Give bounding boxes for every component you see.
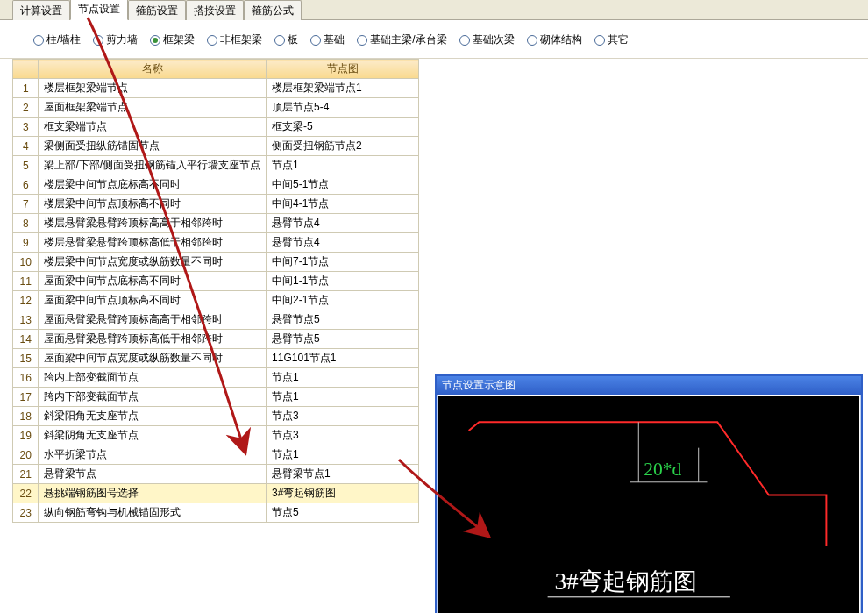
cell-img[interactable]: 节点1: [267, 368, 419, 388]
table-row[interactable]: 17跨内下部变截面节点节点1: [13, 388, 419, 407]
cell-img[interactable]: 中间1-1节点: [267, 272, 419, 291]
radio-nonframebeam[interactable]: 非框架梁: [207, 32, 262, 47]
cell-img[interactable]: 11G101节点1: [267, 349, 419, 368]
cell-name[interactable]: 斜梁阳角无支座节点: [39, 407, 267, 426]
cell-name[interactable]: 悬挑端钢筋图号选择: [39, 484, 267, 503]
radio-found-main[interactable]: 基础主梁/承台梁: [357, 32, 446, 47]
cell-img[interactable]: 节点1: [267, 388, 419, 407]
table-row[interactable]: 2屋面框架梁端节点顶层节点5-4: [13, 98, 419, 118]
table-row[interactable]: 9楼层悬臂梁悬臂跨顶标高低于相邻跨时悬臂节点4: [13, 233, 419, 253]
cell-img[interactable]: 悬臂节点4: [267, 233, 419, 253]
row-number: 9: [13, 233, 39, 253]
table-row[interactable]: 12屋面梁中间节点顶标高不同时中间2-1节点: [13, 291, 419, 310]
cell-name[interactable]: 屋面框架梁端节点: [39, 98, 267, 118]
row-number: 5: [13, 156, 39, 175]
row-number: 21: [13, 465, 39, 484]
cell-name[interactable]: 楼层框架梁端节点: [39, 79, 267, 98]
table-row[interactable]: 22悬挑端钢筋图号选择3#弯起钢筋图: [13, 484, 419, 503]
table-row[interactable]: 8楼层悬臂梁悬臂跨顶标高高于相邻跨时悬臂节点4: [13, 214, 419, 233]
cell-img[interactable]: 框支梁-5: [267, 118, 419, 137]
cell-img[interactable]: 节点1: [267, 156, 419, 175]
cell-name[interactable]: 楼层梁中间节点顶标高不同时: [39, 195, 267, 214]
row-number: 11: [13, 272, 39, 291]
row-number: 10: [13, 253, 39, 272]
radio-icon: [93, 35, 103, 46]
cell-name[interactable]: 楼层梁中间节点宽度或纵筋数量不同时: [39, 253, 267, 272]
tab-strip: 计算设置 节点设置 箍筋设置 搭接设置 箍筋公式: [0, 0, 868, 20]
row-number: 2: [13, 98, 39, 118]
cell-name[interactable]: 屋面梁中间节点顶标高不同时: [39, 291, 267, 310]
table-row[interactable]: 18斜梁阳角无支座节点节点3: [13, 407, 419, 426]
cell-img[interactable]: 节点5: [267, 503, 419, 523]
category-radio-row: 柱/墙柱 剪力墙 框架梁 非框架梁 板 基础 基础主梁/承台梁 基础次梁 砌体结…: [0, 20, 868, 59]
table-row[interactable]: 21悬臂梁节点悬臂梁节点1: [13, 465, 419, 484]
col-name[interactable]: 名称: [39, 60, 267, 79]
radio-slab[interactable]: 板: [274, 32, 298, 47]
cell-name[interactable]: 楼层梁中间节点底标高不同时: [39, 175, 267, 195]
cell-img[interactable]: 中间5-1节点: [267, 175, 419, 195]
cell-name[interactable]: 屋面梁中间节点底标高不同时: [39, 272, 267, 291]
table-row[interactable]: 11屋面梁中间节点底标高不同时中间1-1节点: [13, 272, 419, 291]
tab-node-settings[interactable]: 节点设置: [70, 0, 128, 20]
radio-shearwall[interactable]: 剪力墙: [93, 32, 138, 47]
cell-img[interactable]: 悬臂节点4: [267, 214, 419, 233]
tab-stirrup-settings[interactable]: 箍筋设置: [128, 0, 186, 20]
table-row[interactable]: 4梁侧面受扭纵筋锚固节点侧面受扭钢筋节点2: [13, 137, 419, 156]
cell-name[interactable]: 梁上部/下部/侧面受扭钢筋锚入平行墙支座节点: [39, 156, 267, 175]
cell-name[interactable]: 跨内上部变截面节点: [39, 368, 267, 388]
table-row[interactable]: 13屋面悬臂梁悬臂跨顶标高高于相邻跨时悬臂节点5: [13, 310, 419, 330]
cell-img[interactable]: 楼层框架梁端节点1: [267, 79, 419, 98]
table-row[interactable]: 19斜梁阴角无支座节点节点3: [13, 426, 419, 445]
tab-stirrup-formula[interactable]: 箍筋公式: [244, 0, 302, 20]
cell-img[interactable]: 节点3: [267, 426, 419, 445]
cell-name[interactable]: 悬臂梁节点: [39, 465, 267, 484]
tab-calc-settings[interactable]: 计算设置: [12, 0, 70, 20]
cell-img[interactable]: 3#弯起钢筋图: [267, 484, 419, 503]
cell-name[interactable]: 框支梁端节点: [39, 118, 267, 137]
cell-img[interactable]: 悬臂梁节点1: [267, 465, 419, 484]
table-row[interactable]: 1楼层框架梁端节点楼层框架梁端节点1: [13, 79, 419, 98]
cell-name[interactable]: 水平折梁节点: [39, 445, 267, 465]
radio-column[interactable]: 柱/墙柱: [33, 32, 81, 47]
radio-foundation[interactable]: 基础: [310, 32, 345, 47]
cell-name[interactable]: 屋面梁中间节点宽度或纵筋数量不同时: [39, 349, 267, 368]
cell-name[interactable]: 跨内下部变截面节点: [39, 388, 267, 407]
cell-name[interactable]: 斜梁阴角无支座节点: [39, 426, 267, 445]
cell-img[interactable]: 中间2-1节点: [267, 291, 419, 310]
table-row[interactable]: 7楼层梁中间节点顶标高不同时中间4-1节点: [13, 195, 419, 214]
cell-img[interactable]: 侧面受扭钢筋节点2: [267, 137, 419, 156]
table-row[interactable]: 15屋面梁中间节点宽度或纵筋数量不同时11G101节点1: [13, 349, 419, 368]
table-row[interactable]: 3框支梁端节点框支梁-5: [13, 118, 419, 137]
cell-img[interactable]: 节点3: [267, 407, 419, 426]
table-row[interactable]: 10楼层梁中间节点宽度或纵筋数量不同时中间7-1节点: [13, 253, 419, 272]
table-row[interactable]: 20水平折梁节点节点1: [13, 445, 419, 465]
tab-overlap-settings[interactable]: 搭接设置: [186, 0, 244, 20]
radio-masonry[interactable]: 砌体结构: [527, 32, 582, 47]
node-table: 名称 节点图 1楼层框架梁端节点楼层框架梁端节点12屋面框架梁端节点顶层节点5-…: [12, 59, 419, 523]
cell-name[interactable]: 梁侧面受扭纵筋锚固节点: [39, 137, 267, 156]
cell-img[interactable]: 悬臂节点5: [267, 330, 419, 349]
rebar-polyline: [469, 422, 827, 546]
radio-found-sub[interactable]: 基础次梁: [459, 32, 515, 47]
cell-name[interactable]: 纵向钢筋弯钩与机械锚固形式: [39, 503, 267, 523]
cell-img[interactable]: 中间4-1节点: [267, 195, 419, 214]
radio-label: 框架梁: [163, 32, 195, 47]
cell-name[interactable]: 楼层悬臂梁悬臂跨顶标高低于相邻跨时: [39, 233, 267, 253]
table-row[interactable]: 23纵向钢筋弯钩与机械锚固形式节点5: [13, 503, 419, 523]
cell-name[interactable]: 楼层悬臂梁悬臂跨顶标高高于相邻跨时: [39, 214, 267, 233]
table-row[interactable]: 14屋面悬臂梁悬臂跨顶标高低于相邻跨时悬臂节点5: [13, 330, 419, 349]
radio-framebeam[interactable]: 框架梁: [150, 32, 195, 47]
col-img[interactable]: 节点图: [267, 60, 419, 79]
cell-img[interactable]: 中间7-1节点: [267, 253, 419, 272]
cell-img[interactable]: 顶层节点5-4: [267, 98, 419, 118]
radio-icon: [310, 35, 321, 46]
cell-img[interactable]: 节点1: [267, 445, 419, 465]
cell-name[interactable]: 屋面悬臂梁悬臂跨顶标高低于相邻跨时: [39, 330, 267, 349]
row-number: 3: [13, 118, 39, 137]
radio-other[interactable]: 其它: [594, 32, 629, 47]
cell-img[interactable]: 悬臂节点5: [267, 310, 419, 330]
cell-name[interactable]: 屋面悬臂梁悬臂跨顶标高高于相邻跨时: [39, 310, 267, 330]
table-row[interactable]: 6楼层梁中间节点底标高不同时中间5-1节点: [13, 175, 419, 195]
table-row[interactable]: 16跨内上部变截面节点节点1: [13, 368, 419, 388]
table-row[interactable]: 5梁上部/下部/侧面受扭钢筋锚入平行墙支座节点节点1: [13, 156, 419, 175]
